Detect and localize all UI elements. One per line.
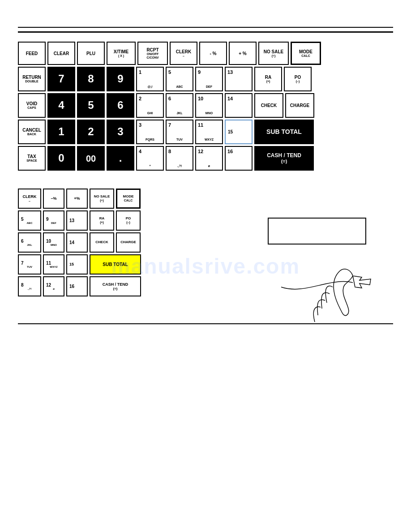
small-dept-9-key[interactable]: 9 DEF [43, 210, 64, 231]
check-key[interactable]: CHECK [254, 93, 283, 118]
cash-tend-key[interactable]: CASH / TEND (=) [254, 146, 314, 171]
small-keyboard: CLERK – –% +% NO SALE (÷) MODE CALC [18, 189, 141, 296]
small-row-1: CLERK – –% +% NO SALE (÷) MODE CALC [18, 189, 141, 209]
xtime-key[interactable]: X/TIME ( X ) [107, 42, 136, 65]
dept-8-key[interactable]: 8 .,?! [166, 146, 193, 171]
small-row-5: 8 .,?! 12 ø 16 CASH / TEND (=) [18, 276, 141, 296]
small-dept-5-key[interactable]: 5 ABC [18, 210, 41, 231]
key-decimal[interactable]: . [107, 146, 134, 171]
top-line-1 [18, 27, 393, 28]
dept-3-key[interactable]: 3 PQRS [136, 120, 164, 144]
dept-12-key[interactable]: 12 ø [195, 146, 223, 171]
hand-illustration [263, 256, 380, 327]
small-charge-key[interactable]: CHARGE [116, 232, 141, 253]
dept-1-key[interactable]: 1 @;/ [136, 67, 164, 91]
cancel-back-key[interactable]: CANCEL BACK [18, 120, 46, 144]
key-2[interactable]: 2 [77, 120, 105, 144]
plu-key[interactable]: PLU [77, 42, 105, 65]
small-ra-key[interactable]: RA (+) [90, 210, 114, 231]
po-minus-key[interactable]: PO (–) [284, 67, 312, 91]
key-1[interactable]: 1 [47, 120, 75, 144]
small-dept-14-key[interactable]: 14 [66, 232, 88, 253]
plus-pct-key[interactable]: + % [229, 42, 257, 65]
small-dept-10-key[interactable]: 10 MNO [43, 232, 64, 253]
small-dept-6-key[interactable]: 6 JKL [18, 232, 41, 253]
small-row-3: 6 JKL 10 MNO 14 CHECK CHARGE [18, 232, 141, 253]
small-po-key[interactable]: PO (–) [116, 210, 141, 231]
key-row-3: VOID CAPS 4 5 6 2 GHI 6 JKL 10 MNO 14 [18, 93, 393, 118]
no-sale-key[interactable]: NO SALE (÷) [258, 42, 289, 65]
key-9[interactable]: 9 [107, 67, 134, 91]
key-3[interactable]: 3 [107, 120, 134, 144]
dept-2-key[interactable]: 2 GHI [136, 93, 164, 118]
small-dept-8-key[interactable]: 8 .,?! [18, 276, 41, 296]
dept-15-key[interactable]: 15 [225, 120, 253, 144]
dept-7-key[interactable]: 7 TUV [166, 120, 193, 144]
key-0[interactable]: 0 [47, 146, 75, 171]
display-box [268, 218, 366, 245]
key-row-1: FEED CLEAR PLU X/TIME ( X ) RCPT ON/OFF … [18, 42, 393, 65]
small-dept-15-key[interactable]: 15 [66, 254, 88, 275]
top-line-2 [18, 31, 393, 33]
clear-key[interactable]: CLEAR [47, 42, 75, 65]
return-double-key[interactable]: RETURN DOUBLE [18, 67, 46, 91]
key-5[interactable]: 5 [77, 93, 105, 118]
small-row-4: 7 TUV 11 WXYZ 15 SUB TOTAL [18, 254, 141, 275]
dept-16-key[interactable]: 16 [225, 146, 253, 171]
small-mode-calc-key[interactable]: MODE CALC [116, 189, 141, 209]
dept-6-key[interactable]: 6 JKL [166, 93, 193, 118]
key-row-4: CANCEL BACK 1 2 3 3 PQRS 7 TUV 11 WXYZ 1… [18, 120, 393, 144]
key-8[interactable]: 8 [77, 67, 105, 91]
rcpt-key[interactable]: RCPT ON/OFF C/CONV [137, 42, 168, 65]
clerk-key[interactable]: CLERK – [170, 42, 197, 65]
tax-space-key[interactable]: TAX SPACE [18, 146, 46, 171]
key-row-2: RETURN DOUBLE 7 8 9 1 @;/ 5 ABC 9 DEF 13 [18, 67, 393, 91]
small-row-2: 5 ABC 9 DEF 13 RA (+) PO (–) [18, 210, 141, 231]
small-sub-total-key[interactable]: SUB TOTAL [90, 254, 141, 275]
dept-4-key[interactable]: 4 * [136, 146, 164, 171]
small-dept-11-key[interactable]: 11 WXYZ [43, 254, 64, 275]
dept-10-key[interactable]: 10 MNO [195, 93, 223, 118]
feed-key[interactable]: FEED [18, 42, 46, 65]
dept-13-key[interactable]: 13 [225, 67, 253, 91]
bottom-section: CLERK – –% +% NO SALE (÷) MODE CALC [18, 189, 393, 296]
key-7[interactable]: 7 [47, 67, 75, 91]
small-cash-tend-key[interactable]: CASH / TEND (=) [90, 276, 141, 296]
minus-pct-key[interactable]: - % [199, 42, 227, 65]
small-dept-12-key[interactable]: 12 ø [43, 276, 64, 296]
small-dept-16-key[interactable]: 16 [66, 276, 88, 296]
page: FEED CLEAR PLU X/TIME ( X ) RCPT ON/OFF … [0, 0, 411, 532]
key-6[interactable]: 6 [107, 93, 134, 118]
key-row-5: TAX SPACE 0 00 . 4 * 8 .,?! 12 ø 16 [18, 146, 393, 171]
small-dept-7-key[interactable]: 7 TUV [18, 254, 41, 275]
dept-11-key[interactable]: 11 WXYZ [195, 120, 223, 144]
small-check-key[interactable]: CHECK [90, 232, 114, 253]
sub-total-key[interactable]: SUB TOTAL [254, 120, 314, 144]
small-no-sale-key[interactable]: NO SALE (÷) [90, 189, 114, 209]
key-4[interactable]: 4 [47, 93, 75, 118]
dept-9-key[interactable]: 9 DEF [195, 67, 223, 91]
dept-5-key[interactable]: 5 ABC [166, 67, 193, 91]
dept-14-key[interactable]: 14 [225, 93, 253, 118]
ra-plus-key[interactable]: RA (+) [254, 67, 282, 91]
charge-key[interactable]: CHARGE [285, 93, 314, 118]
small-dept-13-key[interactable]: 13 [66, 210, 88, 231]
key-00[interactable]: 00 [77, 146, 105, 171]
small-plus-pct-key[interactable]: +% [66, 189, 88, 209]
small-minus-pct-key[interactable]: –% [43, 189, 64, 209]
void-caps-key[interactable]: VOID CAPS [18, 93, 46, 118]
mode-calc-key[interactable]: MODE CALC [291, 42, 321, 65]
small-clerk-key[interactable]: CLERK – [18, 189, 41, 209]
main-keyboard: FEED CLEAR PLU X/TIME ( X ) RCPT ON/OFF … [18, 42, 393, 171]
